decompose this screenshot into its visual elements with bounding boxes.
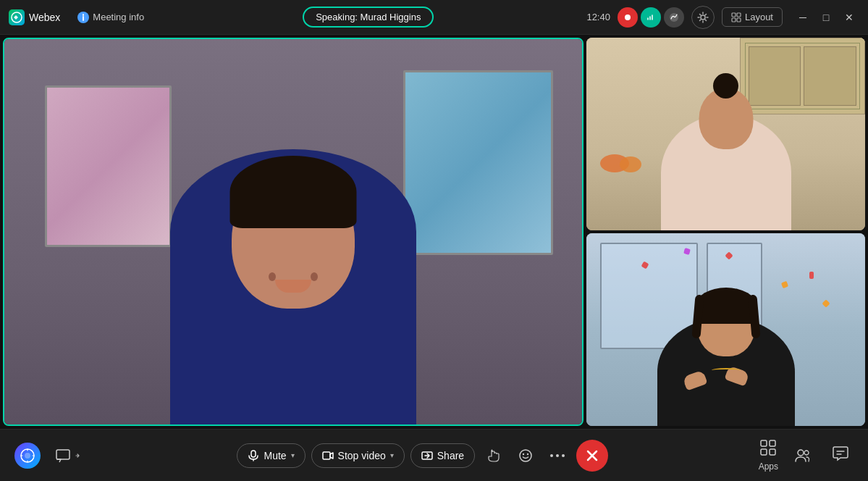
svg-rect-23 <box>770 440 775 446</box>
svg-point-10 <box>25 453 30 459</box>
person-hair-main <box>230 156 357 228</box>
person-head-side1 <box>699 88 753 149</box>
svg-rect-22 <box>761 440 767 446</box>
chart-icon[interactable] <box>664 7 684 28</box>
mute-label: Mute <box>264 450 286 461</box>
settings-button[interactable] <box>691 6 715 29</box>
toolbar-left <box>14 443 87 469</box>
layout-label: Layout <box>745 12 773 22</box>
svg-rect-8 <box>737 18 741 22</box>
artwork-left <box>45 85 172 247</box>
svg-point-4 <box>701 15 705 20</box>
title-bar-left: Webex Meeting info <box>9 9 150 26</box>
svg-point-16 <box>520 450 531 461</box>
chat-message-button[interactable] <box>827 440 854 471</box>
confetti-2 <box>780 280 788 288</box>
title-bar-right: 12:40 <box>586 6 859 29</box>
close-button[interactable]: ✕ <box>839 7 859 28</box>
stop-video-chevron: ▾ <box>390 451 394 459</box>
svg-point-19 <box>550 454 553 457</box>
kitchen-cabinet <box>740 38 865 114</box>
meeting-info-button[interactable]: Meeting info <box>72 9 150 26</box>
svg-point-27 <box>804 451 809 455</box>
time-display: 12:40 <box>586 12 610 22</box>
svg-rect-11 <box>56 450 69 459</box>
end-call-button[interactable] <box>576 440 608 472</box>
meeting-info-icon <box>77 12 89 23</box>
svg-point-26 <box>798 450 804 456</box>
side-video-2 <box>586 233 865 426</box>
title-bar-center: Speaking: Murad Higgins <box>303 7 434 28</box>
window-controls: ─ □ ✕ <box>793 7 859 28</box>
sidebar-videos <box>586 38 865 426</box>
apps-icon <box>759 439 777 460</box>
svg-point-2 <box>625 14 631 20</box>
minimize-button[interactable]: ─ <box>793 7 813 28</box>
emoji-button[interactable] <box>513 443 539 469</box>
stop-video-button[interactable]: Stop video ▾ <box>311 443 405 468</box>
toolbar: Mute ▾ Stop video ▾ Share <box>0 429 868 481</box>
share-label: Share <box>437 450 464 461</box>
recording-icon[interactable] <box>618 7 638 28</box>
speaking-text: Speaking: Murad Higgins <box>316 12 421 22</box>
artwork-right <box>403 70 553 255</box>
main-video-feed <box>4 39 582 424</box>
side-video-1-feed <box>586 38 865 230</box>
side-video-1 <box>586 38 865 230</box>
video-area <box>0 35 868 429</box>
maximize-button[interactable]: □ <box>816 7 836 28</box>
mute-button[interactable]: Mute ▾ <box>237 443 305 468</box>
svg-point-17 <box>523 453 524 454</box>
ai-assistant-button[interactable] <box>14 443 41 469</box>
svg-point-21 <box>562 454 565 457</box>
svg-point-18 <box>527 453 528 454</box>
apps-label: Apps <box>759 461 778 472</box>
svg-rect-12 <box>251 451 256 457</box>
person-head-side2 <box>697 291 755 356</box>
necklace <box>712 368 741 372</box>
more-button[interactable] <box>544 448 570 463</box>
toolbar-center: Mute ▾ Stop video ▾ Share <box>237 440 608 472</box>
main-video <box>3 38 583 426</box>
svg-rect-6 <box>737 13 741 17</box>
chat-button[interactable] <box>49 445 87 467</box>
mute-chevron: ▾ <box>291 451 295 459</box>
svg-rect-14 <box>323 452 330 459</box>
side-video-2-feed <box>586 233 865 426</box>
meeting-info-label: Meeting info <box>93 12 144 22</box>
title-bar: Webex Meeting info Speaking: Murad Higgi… <box>0 0 868 35</box>
layout-button[interactable]: Layout <box>722 7 783 27</box>
svg-point-20 <box>556 454 559 457</box>
stop-video-label: Stop video <box>338 450 386 461</box>
app-name: Webex <box>29 12 60 23</box>
signal-icon[interactable] <box>641 7 661 28</box>
status-icons <box>618 7 684 28</box>
svg-rect-7 <box>732 18 736 22</box>
svg-rect-24 <box>761 449 767 455</box>
participants-button[interactable] <box>790 443 816 469</box>
reactions-button[interactable] <box>481 443 507 469</box>
speaking-badge: Speaking: Murad Higgins <box>303 7 434 28</box>
svg-rect-25 <box>770 449 775 455</box>
svg-rect-5 <box>732 13 736 17</box>
share-button[interactable]: Share <box>410 443 475 468</box>
webex-logo: Webex <box>9 9 60 25</box>
webex-logo-icon <box>9 9 25 25</box>
apps-button[interactable]: Apps <box>759 439 778 472</box>
toolbar-right: Apps <box>759 439 854 472</box>
confetti-6 <box>809 272 814 279</box>
